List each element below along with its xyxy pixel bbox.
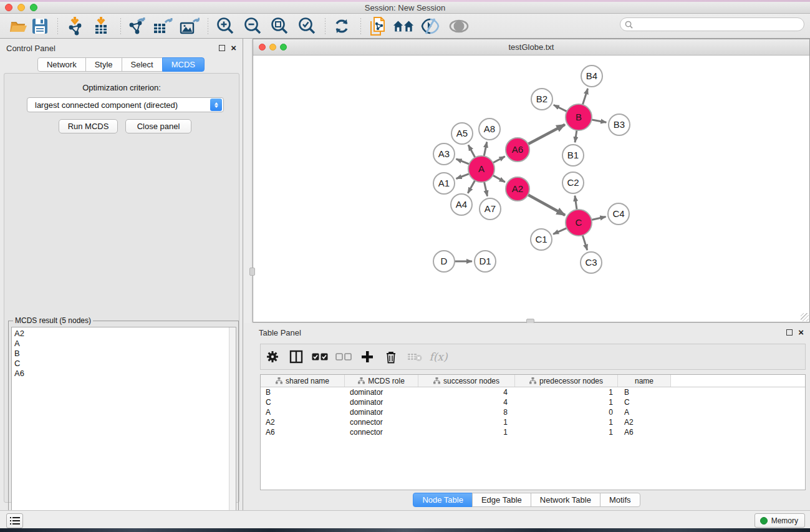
graph-edge[interactable]: [456, 159, 470, 165]
table-cell[interactable]: 0: [515, 408, 618, 417]
table-cell[interactable]: 4: [418, 398, 515, 407]
save-session-button[interactable]: [29, 16, 51, 36]
graph-edge[interactable]: [492, 175, 505, 182]
app-titlebar[interactable]: Session: New Session: [0, 2, 810, 14]
graph-edge[interactable]: [527, 125, 565, 145]
table-row[interactable]: Bdominator41B: [261, 387, 805, 397]
task-history-button[interactable]: [6, 513, 23, 528]
tab-style[interactable]: Style: [85, 57, 122, 72]
graph-edge[interactable]: [591, 119, 607, 122]
table-row[interactable]: Adominator80A: [261, 407, 805, 417]
search-field[interactable]: [620, 17, 804, 31]
close-network-window-button[interactable]: [259, 44, 266, 51]
table-cell[interactable]: connector: [345, 418, 418, 427]
table-cell[interactable]: A6: [618, 428, 671, 437]
table-cell[interactable]: A: [261, 408, 345, 417]
graph-edge[interactable]: [468, 180, 475, 193]
tab-mcds[interactable]: MCDS: [162, 57, 205, 72]
graph-edge[interactable]: [492, 157, 505, 163]
zoom-out-button[interactable]: [242, 16, 263, 36]
zoom-in-button[interactable]: [215, 16, 236, 36]
table-cell[interactable]: 1: [515, 388, 618, 397]
export-image-button[interactable]: [179, 16, 200, 36]
graph-edge[interactable]: [553, 228, 568, 235]
graph-edge[interactable]: [591, 216, 606, 220]
refresh-view-button[interactable]: [331, 16, 352, 36]
table-cell[interactable]: A: [618, 408, 671, 417]
network-view-window[interactable]: testGlobe.txt AA1A2A3A4A5A6A7A8BB1B2B3B4…: [253, 39, 810, 322]
zoom-selected-button[interactable]: [296, 16, 317, 36]
table-cell[interactable]: dominator: [345, 388, 418, 397]
run-mcds-button[interactable]: Run MCDS: [59, 119, 118, 133]
network-graph[interactable]: AA1A2A3A4A5A6A7A8BB1B2B3B4CC1C2C3C4DD1: [253, 56, 809, 322]
table-row[interactable]: Cdominator41C: [261, 397, 805, 407]
column-browser-button[interactable]: [284, 350, 308, 364]
graph-edge[interactable]: [527, 194, 565, 215]
close-panel-icon[interactable]: ×: [231, 45, 236, 51]
table-cell[interactable]: connector: [345, 428, 418, 437]
graph-edge[interactable]: [582, 234, 587, 250]
graph-edge[interactable]: [456, 173, 471, 179]
import-network-button[interactable]: [64, 16, 85, 36]
hide-annotations-button[interactable]: [420, 16, 441, 36]
minimize-window-button[interactable]: [17, 4, 25, 11]
select-all-button[interactable]: [308, 353, 332, 360]
close-window-button[interactable]: [5, 4, 12, 11]
table-cell[interactable]: dominator: [345, 398, 418, 407]
table-cell[interactable]: A2: [618, 418, 671, 427]
result-item[interactable]: A6: [12, 369, 236, 379]
table-settings-button[interactable]: [261, 351, 284, 363]
table-cell[interactable]: 1: [418, 428, 515, 437]
table-cell[interactable]: A2: [261, 418, 345, 427]
column-header-predecessor-nodes[interactable]: predecessor nodes: [515, 375, 618, 387]
deselect-all-button[interactable]: [332, 353, 355, 360]
table-row[interactable]: A2connector11A2: [261, 417, 805, 427]
zoom-fit-button[interactable]: [269, 16, 290, 36]
search-input[interactable]: [635, 20, 804, 29]
show-graphics-button[interactable]: [448, 16, 470, 36]
tab-node-table[interactable]: Node Table: [413, 493, 473, 507]
zoom-network-window-button[interactable]: [280, 44, 287, 51]
table-cell[interactable]: dominator: [345, 408, 418, 417]
table-cell[interactable]: 1: [515, 398, 618, 407]
graph-edge[interactable]: [554, 105, 568, 112]
export-table-button[interactable]: [152, 16, 173, 36]
table-cell[interactable]: 8: [418, 408, 515, 417]
export-network-button[interactable]: [126, 16, 147, 36]
table-cell[interactable]: C: [618, 398, 671, 407]
table-cell[interactable]: 1: [418, 418, 515, 427]
tab-motifs[interactable]: Motifs: [600, 493, 640, 507]
column-header-successor-nodes[interactable]: successor nodes: [418, 375, 515, 387]
window-resize-grip[interactable]: [801, 313, 809, 321]
close-panel-icon[interactable]: ×: [798, 329, 804, 336]
table-cell[interactable]: B: [618, 388, 671, 397]
table-cell[interactable]: A6: [261, 428, 345, 437]
graph-edge[interactable]: [484, 181, 487, 196]
vertical-splitter-handle[interactable]: [249, 268, 255, 276]
mcds-result-list[interactable]: A2 A B C A6: [11, 327, 236, 532]
add-column-button[interactable]: [355, 351, 379, 363]
table-cell[interactable]: B: [261, 388, 345, 397]
zoom-window-button[interactable]: [30, 4, 37, 11]
tab-network-table[interactable]: Network Table: [531, 493, 600, 507]
network-window-titlebar[interactable]: testGlobe.txt: [253, 39, 809, 56]
column-header-name[interactable]: name: [618, 375, 671, 387]
open-session-button[interactable]: [8, 16, 29, 36]
graph-edge[interactable]: [468, 145, 476, 158]
tab-network[interactable]: Network: [37, 57, 86, 72]
graph-edge[interactable]: [575, 196, 577, 211]
float-panel-icon[interactable]: [219, 45, 225, 51]
result-item[interactable]: B: [12, 349, 236, 359]
close-panel-button[interactable]: Close panel: [125, 119, 191, 133]
table-cell[interactable]: 1: [515, 428, 618, 437]
tab-select[interactable]: Select: [122, 57, 163, 72]
column-header-MCDS-role[interactable]: MCDS role: [345, 375, 418, 387]
home-views-button[interactable]: [393, 16, 414, 36]
graph-edge[interactable]: [575, 129, 577, 142]
table-row[interactable]: A6connector11A6: [261, 427, 805, 437]
criterion-dropdown[interactable]: largest connected component (directed): [27, 97, 224, 112]
graph-edge[interactable]: [582, 89, 588, 106]
result-scrollbar[interactable]: [229, 327, 236, 531]
tab-edge-table[interactable]: Edge Table: [472, 493, 531, 507]
result-item[interactable]: A2: [12, 329, 236, 339]
